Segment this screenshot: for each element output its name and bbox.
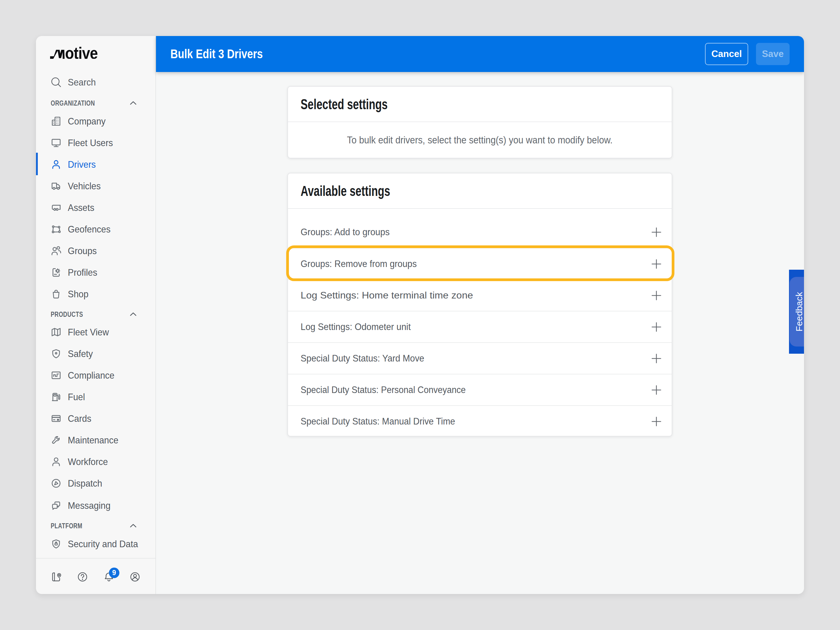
svg-text:otive: otive (65, 47, 98, 59)
